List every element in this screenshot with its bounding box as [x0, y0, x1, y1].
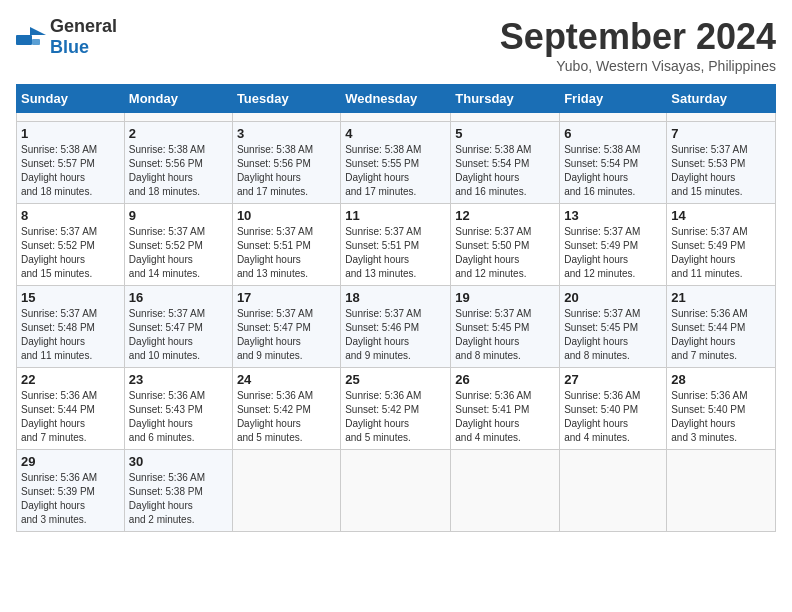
- day-info: Sunrise: 5:37 AM Sunset: 5:52 PM Dayligh…: [21, 225, 120, 281]
- calendar-cell: 7 Sunrise: 5:37 AM Sunset: 5:53 PM Dayli…: [667, 122, 776, 204]
- day-number: 3: [237, 126, 336, 141]
- day-info: Sunrise: 5:38 AM Sunset: 5:54 PM Dayligh…: [455, 143, 555, 199]
- calendar-week-1: [17, 113, 776, 122]
- calendar-cell: 28 Sunrise: 5:36 AM Sunset: 5:40 PM Dayl…: [667, 368, 776, 450]
- day-info: Sunrise: 5:37 AM Sunset: 5:47 PM Dayligh…: [237, 307, 336, 363]
- day-number: 1: [21, 126, 120, 141]
- calendar-cell: 30 Sunrise: 5:36 AM Sunset: 5:38 PM Dayl…: [124, 450, 232, 532]
- calendar-cell: 23 Sunrise: 5:36 AM Sunset: 5:43 PM Dayl…: [124, 368, 232, 450]
- calendar-cell: 17 Sunrise: 5:37 AM Sunset: 5:47 PM Dayl…: [232, 286, 340, 368]
- day-number: 16: [129, 290, 228, 305]
- day-number: 29: [21, 454, 120, 469]
- calendar-cell: 18 Sunrise: 5:37 AM Sunset: 5:46 PM Dayl…: [341, 286, 451, 368]
- calendar-table: SundayMondayTuesdayWednesdayThursdayFrid…: [16, 84, 776, 532]
- day-info: Sunrise: 5:37 AM Sunset: 5:49 PM Dayligh…: [564, 225, 662, 281]
- day-number: 27: [564, 372, 662, 387]
- calendar-week-6: 29 Sunrise: 5:36 AM Sunset: 5:39 PM Dayl…: [17, 450, 776, 532]
- calendar-cell: 10 Sunrise: 5:37 AM Sunset: 5:51 PM Dayl…: [232, 204, 340, 286]
- calendar-cell: 26 Sunrise: 5:36 AM Sunset: 5:41 PM Dayl…: [451, 368, 560, 450]
- day-number: 20: [564, 290, 662, 305]
- day-header-thursday: Thursday: [451, 85, 560, 113]
- day-number: 28: [671, 372, 771, 387]
- day-info: Sunrise: 5:37 AM Sunset: 5:53 PM Dayligh…: [671, 143, 771, 199]
- day-header-saturday: Saturday: [667, 85, 776, 113]
- calendar-cell: 24 Sunrise: 5:36 AM Sunset: 5:42 PM Dayl…: [232, 368, 340, 450]
- calendar-cell: [232, 450, 340, 532]
- calendar-week-3: 8 Sunrise: 5:37 AM Sunset: 5:52 PM Dayli…: [17, 204, 776, 286]
- day-number: 11: [345, 208, 446, 223]
- page-header: GeneralBlue September 2024 Yubo, Western…: [16, 16, 776, 74]
- calendar-cell: [124, 113, 232, 122]
- calendar-cell: 25 Sunrise: 5:36 AM Sunset: 5:42 PM Dayl…: [341, 368, 451, 450]
- calendar-cell: 27 Sunrise: 5:36 AM Sunset: 5:40 PM Dayl…: [560, 368, 667, 450]
- calendar-cell: [232, 113, 340, 122]
- calendar-cell: 4 Sunrise: 5:38 AM Sunset: 5:55 PM Dayli…: [341, 122, 451, 204]
- day-info: Sunrise: 5:36 AM Sunset: 5:38 PM Dayligh…: [129, 471, 228, 527]
- day-info: Sunrise: 5:37 AM Sunset: 5:45 PM Dayligh…: [455, 307, 555, 363]
- day-number: 26: [455, 372, 555, 387]
- calendar-cell: 15 Sunrise: 5:37 AM Sunset: 5:48 PM Dayl…: [17, 286, 125, 368]
- logo-text: GeneralBlue: [50, 16, 117, 58]
- day-number: 18: [345, 290, 446, 305]
- day-info: Sunrise: 5:38 AM Sunset: 5:55 PM Dayligh…: [345, 143, 446, 199]
- svg-rect-2: [32, 39, 40, 45]
- calendar-cell: 21 Sunrise: 5:36 AM Sunset: 5:44 PM Dayl…: [667, 286, 776, 368]
- day-number: 17: [237, 290, 336, 305]
- calendar-cell: [17, 113, 125, 122]
- day-number: 6: [564, 126, 662, 141]
- calendar-cell: [667, 450, 776, 532]
- day-info: Sunrise: 5:37 AM Sunset: 5:52 PM Dayligh…: [129, 225, 228, 281]
- day-info: Sunrise: 5:36 AM Sunset: 5:40 PM Dayligh…: [564, 389, 662, 445]
- day-number: 21: [671, 290, 771, 305]
- day-header-wednesday: Wednesday: [341, 85, 451, 113]
- title-section: September 2024 Yubo, Western Visayas, Ph…: [500, 16, 776, 74]
- day-info: Sunrise: 5:37 AM Sunset: 5:51 PM Dayligh…: [237, 225, 336, 281]
- calendar-cell: 9 Sunrise: 5:37 AM Sunset: 5:52 PM Dayli…: [124, 204, 232, 286]
- day-number: 22: [21, 372, 120, 387]
- day-number: 10: [237, 208, 336, 223]
- day-number: 23: [129, 372, 228, 387]
- calendar-cell: 1 Sunrise: 5:38 AM Sunset: 5:57 PM Dayli…: [17, 122, 125, 204]
- day-info: Sunrise: 5:37 AM Sunset: 5:50 PM Dayligh…: [455, 225, 555, 281]
- day-number: 8: [21, 208, 120, 223]
- day-info: Sunrise: 5:36 AM Sunset: 5:42 PM Dayligh…: [345, 389, 446, 445]
- day-number: 24: [237, 372, 336, 387]
- calendar-cell: 13 Sunrise: 5:37 AM Sunset: 5:49 PM Dayl…: [560, 204, 667, 286]
- day-info: Sunrise: 5:38 AM Sunset: 5:56 PM Dayligh…: [129, 143, 228, 199]
- calendar-cell: 20 Sunrise: 5:37 AM Sunset: 5:45 PM Dayl…: [560, 286, 667, 368]
- month-title: September 2024: [500, 16, 776, 58]
- calendar-cell: 5 Sunrise: 5:38 AM Sunset: 5:54 PM Dayli…: [451, 122, 560, 204]
- day-header-monday: Monday: [124, 85, 232, 113]
- day-info: Sunrise: 5:37 AM Sunset: 5:46 PM Dayligh…: [345, 307, 446, 363]
- calendar-cell: [560, 450, 667, 532]
- day-info: Sunrise: 5:36 AM Sunset: 5:43 PM Dayligh…: [129, 389, 228, 445]
- calendar-cell: [667, 113, 776, 122]
- calendar-cell: 11 Sunrise: 5:37 AM Sunset: 5:51 PM Dayl…: [341, 204, 451, 286]
- svg-rect-0: [16, 35, 32, 45]
- day-number: 5: [455, 126, 555, 141]
- day-number: 14: [671, 208, 771, 223]
- calendar-cell: [560, 113, 667, 122]
- day-number: 12: [455, 208, 555, 223]
- day-number: 30: [129, 454, 228, 469]
- calendar-cell: 3 Sunrise: 5:38 AM Sunset: 5:56 PM Dayli…: [232, 122, 340, 204]
- day-number: 25: [345, 372, 446, 387]
- calendar-cell: [341, 450, 451, 532]
- calendar-cell: 14 Sunrise: 5:37 AM Sunset: 5:49 PM Dayl…: [667, 204, 776, 286]
- day-info: Sunrise: 5:36 AM Sunset: 5:44 PM Dayligh…: [671, 307, 771, 363]
- day-header-sunday: Sunday: [17, 85, 125, 113]
- calendar-week-2: 1 Sunrise: 5:38 AM Sunset: 5:57 PM Dayli…: [17, 122, 776, 204]
- day-number: 19: [455, 290, 555, 305]
- day-info: Sunrise: 5:37 AM Sunset: 5:48 PM Dayligh…: [21, 307, 120, 363]
- logo: GeneralBlue: [16, 16, 117, 58]
- calendar-cell: 22 Sunrise: 5:36 AM Sunset: 5:44 PM Dayl…: [17, 368, 125, 450]
- calendar-cell: 6 Sunrise: 5:38 AM Sunset: 5:54 PM Dayli…: [560, 122, 667, 204]
- calendar-cell: 2 Sunrise: 5:38 AM Sunset: 5:56 PM Dayli…: [124, 122, 232, 204]
- day-info: Sunrise: 5:36 AM Sunset: 5:41 PM Dayligh…: [455, 389, 555, 445]
- day-info: Sunrise: 5:38 AM Sunset: 5:54 PM Dayligh…: [564, 143, 662, 199]
- calendar-week-4: 15 Sunrise: 5:37 AM Sunset: 5:48 PM Dayl…: [17, 286, 776, 368]
- logo-icon: [16, 27, 46, 47]
- day-number: 7: [671, 126, 771, 141]
- calendar-header-row: SundayMondayTuesdayWednesdayThursdayFrid…: [17, 85, 776, 113]
- calendar-cell: [341, 113, 451, 122]
